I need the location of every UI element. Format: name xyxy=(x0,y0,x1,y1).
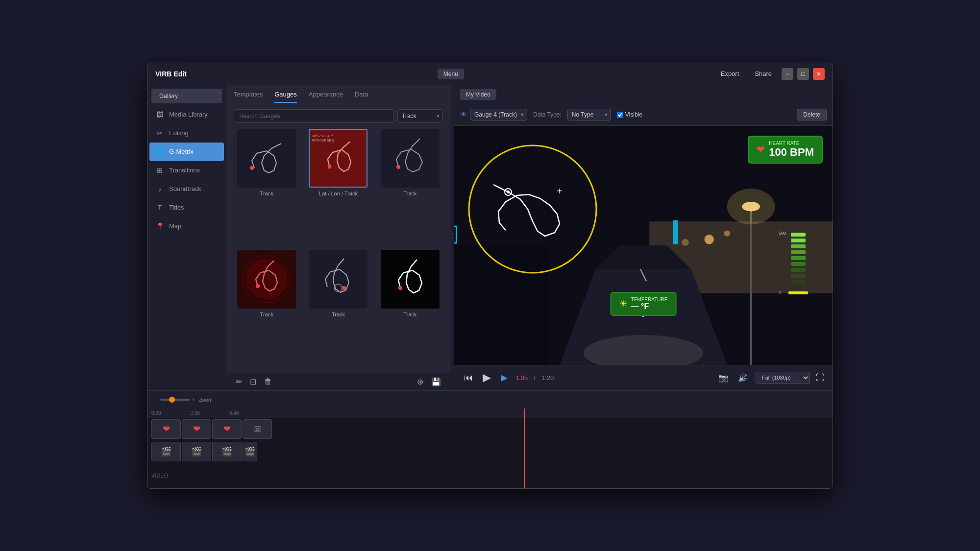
svg-point-0 xyxy=(250,166,254,170)
svg-text:WITH OF SEQ: WITH OF SEQ xyxy=(312,139,334,143)
search-input[interactable] xyxy=(234,109,393,123)
zoom-control: − + Zoom xyxy=(155,397,214,403)
gauge-label-3: Track xyxy=(403,191,416,196)
clip-gauge-4[interactable]: ⊠ xyxy=(243,419,272,439)
svg-text:500: 500 xyxy=(779,231,786,236)
svg-point-7 xyxy=(256,284,260,288)
sidebar-item-soundtrack[interactable]: ♪ Soundtrack xyxy=(147,180,226,198)
editing-icon: ✂ xyxy=(155,129,164,138)
sidebar-item-map[interactable]: 📍 Map xyxy=(147,217,226,236)
gauge-item-2[interactable]: 38°12' N 84.7° WITH OF SEQ Lat / Lon / T… xyxy=(305,129,371,244)
svg-point-20 xyxy=(704,235,714,244)
zoom-plus[interactable]: + xyxy=(192,397,195,403)
timestamp-2: 0:40 xyxy=(229,410,239,416)
pencil-button[interactable]: ✏ xyxy=(234,375,244,388)
video-clip-3[interactable]: 🎬 xyxy=(212,442,242,461)
clip-gauge-3[interactable]: ❤ xyxy=(212,419,242,439)
gauge-item-3[interactable]: Track xyxy=(377,129,443,244)
delete-gauge-button[interactable]: Delete xyxy=(797,109,827,120)
g-metrix-icon: 🌐 xyxy=(155,147,164,156)
maximize-button[interactable]: □ xyxy=(797,68,809,80)
menu-button[interactable]: Menu xyxy=(438,69,464,79)
minimize-button[interactable]: − xyxy=(782,68,793,80)
select-button[interactable]: ⊡ xyxy=(248,375,258,388)
tab-templates[interactable]: Templates xyxy=(234,91,263,103)
temperature-icon: ☀ xyxy=(619,298,627,309)
playback-controls: ⏮ ▶ ▶ 1:05 / 1:20 📷 🔊 Full (1080p) Half … xyxy=(454,365,833,390)
gallery-button[interactable]: Gallery xyxy=(151,89,222,103)
tab-gauges[interactable]: Gauges xyxy=(274,91,297,103)
svg-rect-34 xyxy=(791,250,806,254)
panel-bottom-toolbar: ✏ ⊡ 🗑 ⊕ 💾 xyxy=(226,373,451,390)
data-type-dropdown[interactable]: No Type Speed Heart Rate xyxy=(567,109,611,120)
video-clip-2[interactable]: 🎬 xyxy=(182,442,211,461)
sidebar-item-media-library[interactable]: 🖼 Media Library xyxy=(147,105,226,124)
clip-gauge-1[interactable]: ❤ xyxy=(151,419,181,439)
video-toolbar: My Video xyxy=(454,85,833,104)
sidebar-item-editing[interactable]: ✂ Editing xyxy=(147,124,226,143)
video-clip-4[interactable]: 🎬 xyxy=(243,442,257,461)
svg-point-6 xyxy=(246,259,287,300)
heart-rate-value: 100 BPM xyxy=(769,146,814,159)
zoom-minus[interactable]: − xyxy=(155,397,158,403)
data-type-label: Data Type: xyxy=(533,111,562,118)
gauge-item-6[interactable]: Track xyxy=(377,250,443,365)
timeline-playhead xyxy=(524,408,525,488)
video-clip-1[interactable]: 🎬 xyxy=(151,442,181,461)
svg-rect-35 xyxy=(791,256,806,260)
tab-appearance[interactable]: Appearance xyxy=(309,91,343,103)
delete-button[interactable]: 🗑 xyxy=(262,375,274,388)
gauge-item-5[interactable]: Track xyxy=(305,250,371,365)
gauge-item-4[interactable]: Track xyxy=(234,250,299,365)
gauge-thumb-1 xyxy=(237,129,296,188)
sidebar-item-label-g-metrix: G-Metrix xyxy=(169,148,194,155)
svg-point-19 xyxy=(727,189,775,224)
video-tab[interactable]: My Video xyxy=(460,89,496,100)
speed-gauge: 500 0 xyxy=(774,228,823,326)
close-button[interactable]: ✕ xyxy=(813,68,825,80)
tab-data[interactable]: Data xyxy=(355,91,368,103)
skip-back-button[interactable]: ⏮ xyxy=(462,371,475,385)
svg-point-1 xyxy=(328,165,332,168)
svg-point-27 xyxy=(469,145,596,273)
audio-button[interactable]: 🔊 xyxy=(736,371,750,384)
svg-rect-39 xyxy=(791,280,806,284)
play-section-button[interactable]: ▶ xyxy=(499,370,510,385)
resolution-select[interactable]: Full (1080p) Half (540p) Quarter (270p) xyxy=(756,372,810,383)
gauge-clip-row: ❤ ❤ ❤ ⊠ xyxy=(151,419,272,439)
svg-rect-31 xyxy=(791,233,806,237)
current-time: 1:05 xyxy=(515,374,528,382)
svg-rect-40 xyxy=(788,291,808,294)
track-circle-overlay: + xyxy=(464,141,601,278)
visible-checkbox[interactable] xyxy=(617,112,623,118)
bottom-panel: − + Zoom 0:00 0:38 0:40 ❤ ❤ xyxy=(147,390,833,488)
sidebar-item-titles[interactable]: T Titles xyxy=(147,198,226,217)
share-button[interactable]: Share xyxy=(749,68,778,79)
clip-gauge-2[interactable]: ❤ xyxy=(182,419,211,439)
sidebar: Gallery 🖼 Media Library ✂ Editing 🌐 G-Me… xyxy=(147,85,226,390)
time-separator: / xyxy=(534,374,536,382)
gauge-item-1[interactable]: Track xyxy=(234,129,299,244)
export-button[interactable]: Export xyxy=(715,68,745,79)
total-time: 1:20 xyxy=(541,374,554,382)
fullscreen-button[interactable]: ⛶ xyxy=(816,373,825,383)
sidebar-item-label-titles: Titles xyxy=(169,204,184,211)
sidebar-item-g-metrix[interactable]: 🌐 G-Metrix xyxy=(149,143,224,161)
sidebar-item-transitions[interactable]: ⊞ Transitions xyxy=(147,161,226,180)
map-icon: 📍 xyxy=(155,222,164,231)
svg-point-8 xyxy=(342,286,346,290)
sidebar-item-label-editing: Editing xyxy=(169,129,189,137)
timeline-area: 0:00 0:38 0:40 ❤ ❤ ❤ ⊠ 🎬 🎬 🎬 🎬 xyxy=(147,408,833,488)
category-select[interactable]: Track Speed Heart Rate xyxy=(397,109,443,123)
zoom-slider[interactable] xyxy=(160,399,190,401)
timeline-ruler: 0:00 0:38 0:40 xyxy=(147,408,833,418)
camera-button[interactable]: 📷 xyxy=(716,371,730,384)
visibility-icon: 👁 xyxy=(460,111,467,119)
svg-rect-37 xyxy=(791,268,806,272)
gauge-thumb-2: 38°12' N 84.7° WITH OF SEQ xyxy=(309,129,368,188)
save-button[interactable]: 💾 xyxy=(429,375,443,388)
gauge-dropdown[interactable]: Gauge 4 (Track) Gauge 1 Gauge 2 Gauge 3 xyxy=(470,109,527,120)
add-button[interactable]: ⊕ xyxy=(415,375,425,388)
sidebar-item-label-media-library: Media Library xyxy=(169,111,208,118)
play-button[interactable]: ▶ xyxy=(481,369,493,386)
